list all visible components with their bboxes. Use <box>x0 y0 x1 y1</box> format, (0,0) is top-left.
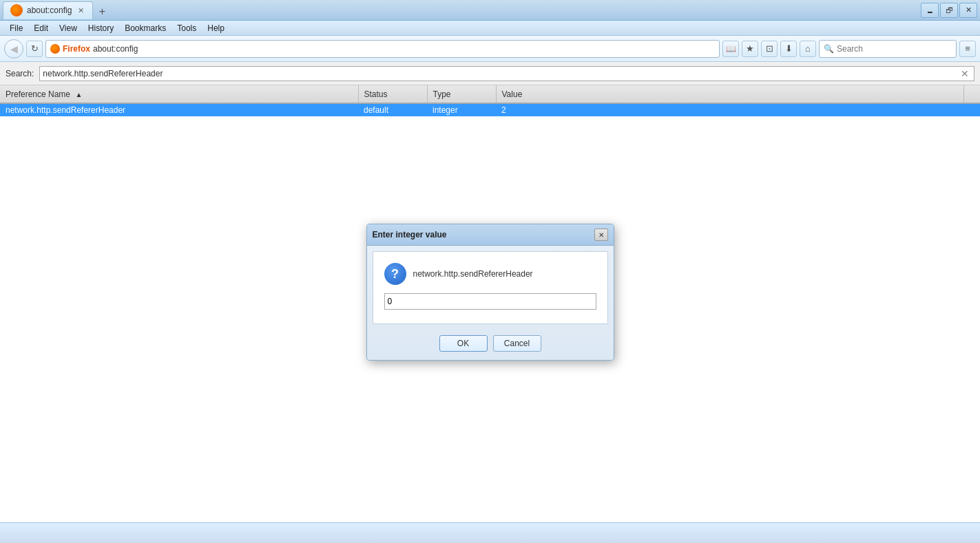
firefox-label: Firefox <box>63 44 90 54</box>
minimize-button[interactable]: 🗕 <box>921 3 939 18</box>
close-button[interactable]: ✕ <box>959 3 977 18</box>
reader-view-button[interactable]: 📖 <box>722 41 739 57</box>
refresh-button[interactable]: ↻ <box>26 41 43 57</box>
restore-button[interactable]: 🗗 <box>940 3 958 18</box>
home-button[interactable]: ⌂ <box>800 41 816 57</box>
dialog-value-input[interactable] <box>384 293 596 310</box>
tab-strip: about:config ✕ + <box>3 1 110 19</box>
search-input[interactable] <box>837 44 952 54</box>
download-button[interactable]: ⬇ <box>780 41 797 57</box>
tab-label: about:config <box>27 6 72 15</box>
site-icon <box>50 44 60 54</box>
url-bar-container: Firefox <box>45 40 720 58</box>
back-button[interactable]: ◀ <box>4 39 23 58</box>
menu-file[interactable]: File <box>4 22 28 34</box>
search-icon: 🔍 <box>824 44 834 54</box>
tab-close-button[interactable]: ✕ <box>76 6 85 15</box>
title-bar-left: about:config ✕ + <box>3 1 110 19</box>
menu-edit[interactable]: Edit <box>28 22 54 34</box>
menu-tools[interactable]: Tools <box>171 22 202 34</box>
dialog-title: Enter integer value <box>373 230 447 239</box>
menu-bar: File Edit View History Bookmarks Tools H… <box>0 21 980 36</box>
status-bar <box>0 522 980 543</box>
menu-history[interactable]: History <box>83 22 119 34</box>
search-bar-container: 🔍 <box>819 40 957 58</box>
nav-bar: ◀ ↻ Firefox 📖 ★ ⊡ ⬇ ⌂ 🔍 ≡ <box>0 36 980 62</box>
title-bar-controls: 🗕 🗗 ✕ <box>921 3 977 18</box>
bookmarks-sidebar-button[interactable]: ⊡ <box>761 41 778 57</box>
firefox-logo-icon <box>10 4 23 17</box>
dialog-close-button[interactable]: ✕ <box>594 228 608 241</box>
dialog-pref-row: ? network.http.sendRefererHeader <box>384 263 596 285</box>
title-bar: about:config ✕ + 🗕 🗗 ✕ <box>0 0 980 21</box>
question-icon: ? <box>384 263 406 285</box>
dialog: Enter integer value ✕ ? network.http.sen… <box>366 224 614 361</box>
url-input[interactable] <box>93 44 715 54</box>
browser-content: Search: ✕ Preference Name ▲ Status Type … <box>0 62 980 522</box>
dialog-backdrop: Enter integer value ✕ ? network.http.sen… <box>0 62 980 522</box>
bookmark-star-button[interactable]: ★ <box>742 41 758 57</box>
menu-view[interactable]: View <box>54 22 83 34</box>
ok-button[interactable]: OK <box>439 335 488 352</box>
dialog-buttons: OK Cancel <box>367 330 614 360</box>
dialog-body: ? network.http.sendRefererHeader <box>373 251 608 324</box>
menu-help[interactable]: Help <box>202 22 230 34</box>
active-tab[interactable]: about:config ✕ <box>3 1 93 19</box>
dialog-pref-name: network.http.sendRefererHeader <box>413 269 533 279</box>
dialog-title-bar: Enter integer value ✕ <box>367 224 614 246</box>
menu-bookmarks[interactable]: Bookmarks <box>119 22 171 34</box>
hamburger-menu-button[interactable]: ≡ <box>959 41 976 57</box>
new-tab-button[interactable]: + <box>94 4 110 19</box>
cancel-button[interactable]: Cancel <box>493 335 541 352</box>
